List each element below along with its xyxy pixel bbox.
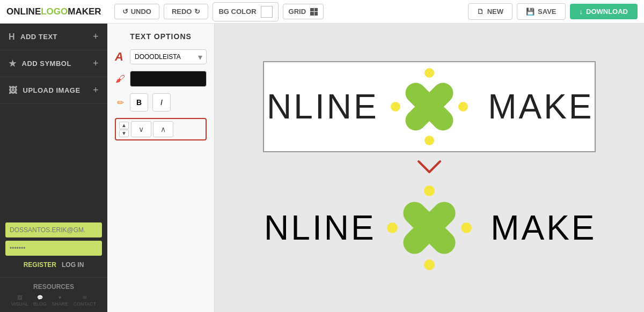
undo-icon: ↺ — [122, 8, 128, 16]
canvas-area: ONLINE MAKER ONLINE — [215, 24, 644, 312]
add-text-label: ADD TEXT — [20, 33, 57, 41]
pencil-icon: ✏ — [115, 98, 126, 108]
grid-button[interactable]: GRID — [283, 4, 324, 19]
add-symbol-plus-icon[interactable]: + — [93, 58, 99, 69]
size-decrease-button[interactable]: ∨ — [131, 121, 151, 137]
bold-label: B — [136, 98, 142, 107]
text-icon: H — [9, 32, 15, 42]
add-symbol-label: ADD SYMBOL — [22, 60, 71, 68]
grid-label: GRID — [289, 8, 306, 16]
resources-title: RESOURCES — [9, 283, 99, 291]
redo-button[interactable]: REDO ↻ — [164, 4, 209, 19]
font-type-icon: A — [115, 50, 126, 64]
style-row: ✏ B I — [115, 93, 207, 112]
redo-label: REDO — [172, 8, 192, 16]
font-select-wrap[interactable]: DOOODLEISTA — [130, 49, 207, 64]
paint-icon: 🖌 — [115, 73, 126, 85]
size-arrows: ▲ ▼ — [119, 122, 129, 137]
topbar: ONLINELOGOMAKER ↺ UNDO REDO ↻ BG COLOR G… — [0, 0, 644, 24]
image-icon: 🖼 — [9, 86, 18, 95]
text-color-swatch[interactable] — [130, 71, 207, 87]
resource-share[interactable]: ♥ SHARE — [52, 295, 68, 307]
italic-label: I — [160, 98, 163, 107]
download-icon: ↓ — [580, 8, 583, 16]
resources-icons: 🖼 VISUAL 💬 BLOG ♥ SHARE ✉ CONTACT — [9, 295, 99, 307]
upload-image-label: UPLOAD IMAGE — [23, 86, 80, 94]
resource-blog[interactable]: 💬 BLOG — [33, 295, 47, 307]
main-layout: H ADD TEXT + ★ ADD SYMBOL + 🖼 UPLOAD IMA… — [0, 24, 644, 312]
brand-logo: ONLINELOGOMAKER — [6, 6, 101, 17]
password-input[interactable] — [5, 241, 102, 256]
bg-color-label: BG COLOR — [218, 8, 256, 16]
size-input-group: ∨ ∧ — [131, 121, 202, 137]
sidebar-item-add-text[interactable]: H ADD TEXT + — [0, 24, 107, 50]
undo-label: UNDO — [131, 8, 151, 16]
color-row: 🖌 — [115, 71, 207, 87]
text-options-title: TEXT OPTIONS — [115, 32, 207, 41]
download-label: DOWNLOAD — [586, 8, 628, 16]
add-text-plus-icon[interactable]: + — [93, 31, 99, 42]
chevron-down-icon — [416, 159, 443, 175]
sidebar-item-add-symbol[interactable]: ★ ADD SYMBOL + — [0, 50, 107, 77]
new-button[interactable]: 🗋 NEW — [468, 3, 513, 20]
resource-contact[interactable]: ✉ CONTACT — [73, 295, 96, 307]
sidebar-item-upload-image[interactable]: 🖼 UPLOAD IMAGE + — [0, 77, 107, 104]
font-select[interactable]: DOOODLEISTA — [130, 49, 207, 64]
logo-logo: LOGO — [41, 6, 68, 17]
symbol-icon: ★ — [9, 58, 17, 69]
logo-text-bottom: ONLINE MAKER — [263, 208, 596, 248]
grid-icon — [310, 8, 318, 16]
font-row: A DOOODLEISTA — [115, 49, 207, 64]
login-section: REGISTER LOG IN — [0, 216, 107, 277]
logo-online: ONLINE — [6, 6, 41, 17]
bg-color-button[interactable]: BG COLOR — [213, 2, 278, 21]
save-icon: 💾 — [526, 8, 535, 16]
logo-preview-bottom[interactable]: ONLINE MAKER — [263, 181, 596, 275]
redo-icon: ↻ — [194, 8, 200, 16]
size-up-arrow[interactable]: ▲ — [119, 122, 129, 129]
logo-text-top: ONLINE MAKER — [263, 87, 596, 127]
resources-section: RESOURCES 🖼 VISUAL 💬 BLOG ♥ SHARE ✉ CONT… — [0, 277, 107, 312]
logo-preview-top[interactable]: ONLINE MAKER — [263, 61, 596, 152]
sidebar: H ADD TEXT + ★ ADD SYMBOL + 🖼 UPLOAD IMA… — [0, 24, 107, 312]
size-row: ▲ ▼ ∨ ∧ — [115, 118, 207, 140]
new-label: NEW — [487, 8, 503, 16]
undo-button[interactable]: ↺ UNDO — [114, 4, 159, 19]
save-label: SAVE — [538, 8, 556, 16]
login-link[interactable]: LOG IN — [62, 261, 84, 269]
register-link[interactable]: REGISTER — [24, 261, 56, 269]
size-increase-button[interactable]: ∧ — [153, 121, 173, 137]
resource-visual[interactable]: 🖼 VISUAL — [11, 295, 28, 307]
logo-maker: MAKER — [68, 6, 101, 17]
new-icon: 🗋 — [477, 8, 484, 16]
italic-button[interactable]: I — [152, 93, 171, 112]
download-button[interactable]: ↓ DOWNLOAD — [570, 4, 638, 19]
login-actions: REGISTER LOG IN — [5, 259, 102, 271]
save-button[interactable]: 💾 SAVE — [517, 3, 565, 20]
text-options-panel: TEXT OPTIONS A DOOODLEISTA 🖌 ✏ B I — [107, 24, 215, 312]
bold-button[interactable]: B — [130, 93, 148, 112]
size-down-arrow[interactable]: ▼ — [119, 130, 129, 137]
bg-color-swatch[interactable] — [261, 6, 273, 18]
upload-image-plus-icon[interactable]: + — [93, 85, 99, 96]
email-input[interactable] — [5, 222, 102, 237]
